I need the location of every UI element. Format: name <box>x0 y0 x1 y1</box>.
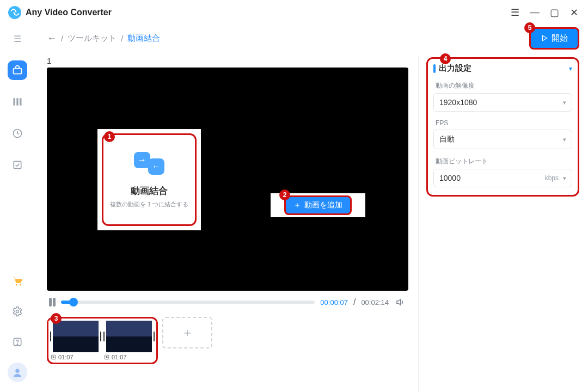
feature-card-merge[interactable]: 1 → ← 動画結合 複数の動画を 1 つに結合する <box>96 127 203 232</box>
clip-group: 3 01:07 01:07 <box>47 317 158 364</box>
volume-icon[interactable] <box>394 296 406 308</box>
app-logo-icon <box>8 6 21 19</box>
annotation-badge-3: 3 <box>51 313 62 324</box>
svg-point-11 <box>15 369 19 373</box>
start-button[interactable]: 5 開始 <box>529 27 579 50</box>
chevron-down-icon: ▾ <box>563 136 566 143</box>
clip-item[interactable]: 01:07 <box>104 321 154 360</box>
output-settings-panel: 4 出力設定 ▾ 動画の解像度 1920x1080 ▾ FPS <box>426 57 579 197</box>
sidebar-item-tasks[interactable] <box>8 155 27 175</box>
svg-point-7 <box>20 284 21 286</box>
titlebar: Any Video Converter ☰ — ▢ ✕ <box>0 0 588 24</box>
clip-thumbnail[interactable] <box>51 321 101 352</box>
svg-rect-2 <box>16 98 18 105</box>
hamburger-icon[interactable]: ☰ <box>8 29 27 48</box>
maximize-icon[interactable]: ▢ <box>548 7 560 19</box>
svg-rect-5 <box>14 161 21 168</box>
cart-icon[interactable] <box>8 271 27 291</box>
annotation-badge-5: 5 <box>524 22 535 33</box>
avatar-icon[interactable] <box>8 363 27 382</box>
time-total: 00:02:14 <box>361 298 389 307</box>
video-index-label: 1 <box>47 56 408 65</box>
sidebar: ☰ <box>0 24 35 392</box>
help-icon[interactable] <box>8 332 27 352</box>
clip-duration: 01:07 <box>112 354 127 360</box>
svg-marker-12 <box>543 35 547 40</box>
bitrate-label: 動画ビットレート <box>436 157 572 166</box>
add-clip-tile[interactable]: ＋ <box>162 317 212 348</box>
add-video-wrap: 2 ＋ 動画を追加 <box>269 192 367 219</box>
time-current: 00:00:07 <box>320 298 348 307</box>
add-video-button[interactable]: 2 ＋ 動画を追加 <box>284 195 352 215</box>
plus-icon: ＋ <box>293 200 301 210</box>
app-title: Any Video Converter <box>26 8 112 17</box>
breadcrumb-parent[interactable]: ツールキット <box>68 33 117 44</box>
svg-rect-1 <box>14 98 15 105</box>
play-small-icon <box>104 354 109 360</box>
seek-slider[interactable] <box>61 301 315 304</box>
collapse-icon[interactable]: ▾ <box>569 65 572 72</box>
pause-button[interactable] <box>49 298 56 307</box>
chevron-down-icon: ▾ <box>563 175 566 182</box>
back-icon[interactable]: ← <box>47 33 57 44</box>
svg-marker-14 <box>53 356 54 358</box>
resolution-label: 動画の解像度 <box>436 81 572 90</box>
settings-icon[interactable] <box>8 302 27 321</box>
sidebar-item-toolkit[interactable] <box>8 60 27 80</box>
annotation-badge-2: 2 <box>279 189 290 200</box>
clip-item[interactable]: 01:07 <box>51 321 101 360</box>
clip-duration: 01:07 <box>58 354 74 360</box>
svg-point-6 <box>16 284 17 286</box>
svg-marker-16 <box>106 356 108 358</box>
play-icon <box>541 34 548 42</box>
sidebar-item-library[interactable] <box>8 92 27 112</box>
annotation-badge-1: 1 <box>104 131 115 142</box>
menu-icon[interactable]: ☰ <box>509 7 521 19</box>
breadcrumb: ← / ツールキット / 動画結合 <box>47 33 160 44</box>
bitrate-dropdown[interactable]: 10000 kbps ▾ <box>433 169 572 187</box>
merge-icon: → ← <box>133 151 166 177</box>
fps-label: FPS <box>436 119 572 127</box>
fps-dropdown[interactable]: 自動 ▾ <box>433 130 572 149</box>
breadcrumb-current: 動画結合 <box>127 33 160 44</box>
sidebar-item-history[interactable] <box>8 124 27 143</box>
resolution-dropdown[interactable]: 1920x1080 ▾ <box>433 93 572 112</box>
minimize-icon[interactable]: — <box>529 7 541 19</box>
svg-point-8 <box>16 310 19 313</box>
output-settings-title: 出力設定 <box>433 63 471 74</box>
svg-point-10 <box>17 344 17 345</box>
play-small-icon <box>51 354 56 360</box>
chevron-down-icon: ▾ <box>563 99 566 106</box>
player-controls: 00:00:07 / 00:02:14 <box>47 291 408 314</box>
clip-thumbnail[interactable] <box>104 321 154 352</box>
svg-rect-3 <box>20 98 21 105</box>
annotation-badge-4: 4 <box>440 53 451 64</box>
svg-rect-0 <box>14 69 22 74</box>
close-icon[interactable]: ✕ <box>568 7 580 19</box>
video-preview: 1 → ← 動画結合 複数の動画を 1 つに結合する 2 <box>47 68 408 291</box>
